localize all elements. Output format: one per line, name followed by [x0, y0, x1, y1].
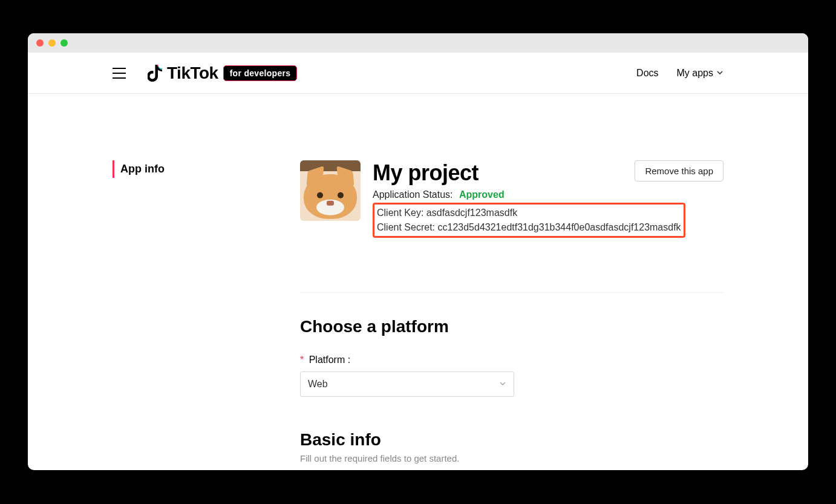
client-key-value: asdfasdcjf123masdfk: [426, 208, 517, 218]
nav-my-apps[interactable]: My apps: [677, 68, 723, 79]
top-nav-left: TikTok for developers: [113, 64, 297, 83]
window-close-dot[interactable]: [36, 39, 44, 47]
chevron-down-icon: [499, 379, 506, 390]
top-nav-right: Docs My apps: [636, 68, 723, 79]
sidebar-item-label: App info: [120, 163, 165, 175]
app-window: TikTok for developers Docs My apps App i…: [28, 33, 808, 470]
menu-icon[interactable]: [113, 68, 126, 79]
main-content: My project Application Status: Approved …: [300, 160, 723, 463]
sidebar-item-app-info[interactable]: App info: [113, 160, 276, 178]
platform-select[interactable]: Web: [300, 371, 514, 397]
basic-info-title: Basic info: [300, 430, 723, 450]
app-status: Application Status: Approved: [373, 189, 723, 200]
client-key-label: Client Key:: [377, 208, 423, 218]
basic-info-subtitle: Fill out the required fields to get star…: [300, 453, 723, 463]
remove-app-label: Remove this app: [645, 166, 713, 176]
client-secret-label: Client Secret:: [377, 222, 435, 232]
platform-field-label: * Platform :: [300, 355, 723, 365]
nav-my-apps-label: My apps: [677, 68, 713, 79]
window-titlebar: [28, 33, 808, 53]
window-minimize-dot[interactable]: [48, 39, 56, 47]
remove-app-button[interactable]: Remove this app: [635, 160, 723, 182]
credentials-highlight: Client Key: asdfasdcjf123masdfk Client S…: [373, 203, 685, 238]
platform-selected-value: Web: [308, 379, 328, 390]
chevron-down-icon: [716, 68, 723, 79]
client-key-row: Client Key: asdfasdcjf123masdfk: [377, 206, 681, 220]
basic-info-section: Basic info Fill out the required fields …: [300, 430, 723, 463]
required-star: *: [300, 355, 304, 365]
status-label: Application Status:: [373, 189, 453, 200]
platform-label-text: Platform: [309, 355, 345, 365]
brand-logo[interactable]: TikTok for developers: [148, 64, 297, 83]
choose-platform-title: Choose a platform: [300, 317, 723, 336]
sidebar: App info: [113, 160, 276, 463]
client-secret-value: cc123d5d4321edtf31dg31b344f0e0asdfasdcjf…: [438, 222, 681, 232]
brand-text: TikTok: [167, 64, 218, 83]
tiktok-note-icon: [148, 65, 162, 82]
app-header: My project Application Status: Approved …: [300, 160, 723, 238]
brand-badge: for developers: [223, 65, 298, 81]
app-icon: [300, 160, 361, 221]
status-value: Approved: [459, 189, 505, 200]
page-body: App info My project Application Status:: [28, 94, 808, 463]
nav-docs-label: Docs: [636, 68, 658, 79]
section-divider: [300, 292, 723, 293]
top-nav: TikTok for developers Docs My apps: [28, 53, 808, 94]
client-secret-row: Client Secret: cc123d5d4321edtf31dg31b34…: [377, 220, 681, 235]
nav-docs[interactable]: Docs: [636, 68, 658, 79]
window-zoom-dot[interactable]: [60, 39, 68, 47]
